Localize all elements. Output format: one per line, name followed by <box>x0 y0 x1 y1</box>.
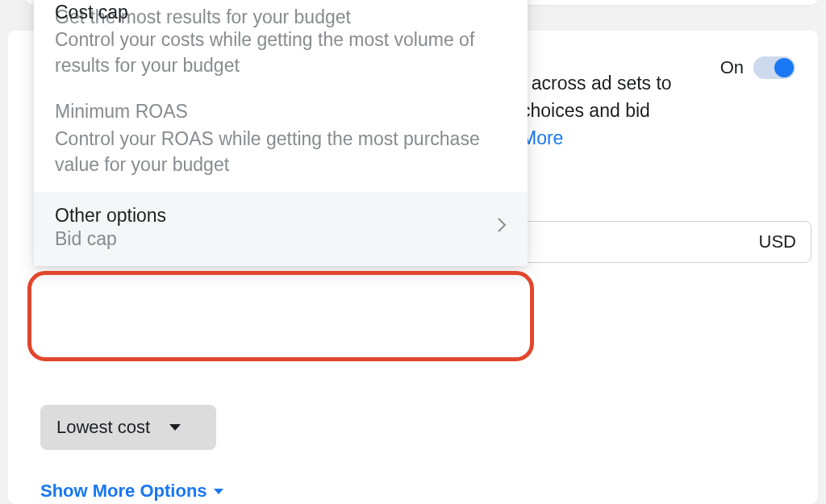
selector-label: Lowest cost <box>56 417 150 438</box>
dropdown-option-minimum-roas: Minimum ROAS Control your ROAS while get… <box>34 93 528 192</box>
dropdown-other-options[interactable]: Other options Bid cap <box>34 192 528 266</box>
description-partial: t across ad sets to choices and bid More <box>521 69 672 152</box>
caret-down-icon <box>169 424 181 431</box>
show-more-label: Show More Options <box>40 481 207 502</box>
toggle-knob <box>774 58 794 77</box>
option-desc: Control your costs while getting the mos… <box>55 27 507 78</box>
budget-currency-field[interactable]: USD <box>521 221 811 263</box>
desc-line2: choices and bid <box>521 100 650 121</box>
show-more-options-link[interactable]: Show More Options <box>40 481 223 502</box>
option-title: Minimum ROAS <box>55 101 507 123</box>
bid-strategy-selector[interactable]: Lowest cost <box>40 405 216 450</box>
bid-strategy-dropdown: Lowest cost Get the most results for you… <box>34 0 528 266</box>
desc-line1: t across ad sets to <box>521 73 672 94</box>
option-group-sub: Bid cap <box>55 228 497 250</box>
optimization-toggle[interactable] <box>753 56 795 79</box>
toggle-row: On <box>720 56 795 79</box>
option-group-title: Other options <box>55 205 497 227</box>
chevron-right-icon <box>497 217 507 238</box>
toggle-label: On <box>720 57 744 78</box>
option-group-text: Other options Bid cap <box>55 205 497 250</box>
option-desc: Control your ROAS while getting the most… <box>55 126 507 177</box>
currency-label: USD <box>759 231 796 252</box>
caret-down-icon <box>214 489 223 494</box>
